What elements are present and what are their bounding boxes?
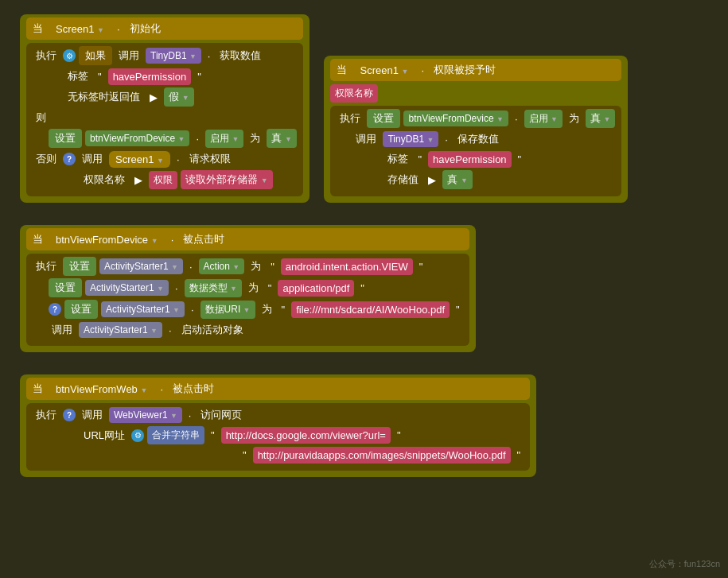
set-block-4[interactable]: 设置 [49,278,82,297]
btn-web-block[interactable]: btnViewFromWeb ▼ [49,381,154,398]
webviewer-block[interactable]: WebViewer1 ▼ [109,407,182,423]
set-enable-row-2: 执行 设置 btnViewFromDevice ▼ · 启用 ▼ 为 真 ▼ [337,109,615,128]
set-block-2[interactable]: 设置 [367,109,400,128]
true-block-1[interactable]: 真 ▼ [267,129,297,148]
goto-url-label: 访问网页 [197,406,245,424]
btn-prop-2[interactable]: btnViewFromDevice ▼ [403,111,508,126]
call-label-4: 调用 [49,321,76,339]
store-value-row: 存储值 ▶ 真 ▼ [384,170,615,189]
dot-2: · [204,48,214,64]
no-tag-label: 无标签时返回值 [64,88,143,106]
screen1-block-3[interactable]: Screen1 ▼ [353,62,415,79]
uri-prop-block[interactable]: 数据URI ▼ [200,301,255,319]
have-permission-block-1[interactable]: havePermission [108,68,192,85]
url-row: URL网址 ⚙ 合并字符串 " http://docs.google.com/v… [80,426,524,444]
call-webviewer-row: 执行 ? 调用 WebViewer1 ▼ · 访问网页 [33,406,524,424]
exec-block-4: 执行 ? 调用 WebViewer1 ▼ · 访问网页 URL网址 ⚙ 合并字符… [26,403,530,471]
action-prop-block[interactable]: Action ▼ [199,258,245,274]
datatype-prop-block[interactable]: 数据类型 ▼ [185,279,242,297]
event-block-4: 当 btnViewFromWeb ▼ · 被点击时 执行 ? 调用 WebVie… [20,374,536,477]
true-block-3[interactable]: 真 ▼ [442,170,473,189]
activity-starter-4[interactable]: ActivityStarter1 ▼ [79,322,162,338]
save-value-label: 保存数值 [454,130,502,148]
permission-block-1[interactable]: 权限 [149,171,177,189]
q-icon-1[interactable]: ? [63,153,76,165]
dot-3: · [418,63,427,78]
no-tag-row: 无标签时返回值 ▶ 假 ▼ [64,87,297,107]
as-label-3: 为 [247,258,264,275]
call-tinydb-row: 调用 TinyDB1 ▼ · 保存数值 [352,130,615,148]
exec-block-3: 执行 设置 ActivityStarter1 ▼ · Action ▼ 为 " … [26,254,469,346]
call-label-5: 调用 [79,406,106,424]
permission-name-tag[interactable]: 权限名称 [330,84,378,103]
call-label-1: 调用 [115,47,142,64]
dot-1: · [114,21,123,37]
exec-label-4: 执行 [33,406,60,424]
exec-block-2: 执行 设置 btnViewFromDevice ▼ · 启用 ▼ 为 真 ▼ [330,106,621,196]
clicked-label-2: 被点击时 [169,380,217,398]
if-row: 执行 ⚙ 如果 调用 TinyDB1 ▼ · 获取数值 [33,46,297,65]
screen1-block-1[interactable]: Screen1 ▼ [49,21,111,37]
permission-name-row: 权限名称 ▶ 权限 读取外部存储器 ▼ [80,170,297,189]
concat-block[interactable]: 合并字符串 [147,426,204,444]
have-permission-block-2[interactable]: havePermission [428,151,512,168]
false-block-1[interactable]: 假 ▼ [164,87,194,107]
event-header-1: 当 Screen1 ▼ · 初始化 [26,17,303,40]
as-label-2: 为 [566,110,582,127]
init-label: 初始化 [127,20,164,37]
event-block-1: 当 Screen1 ▼ · 初始化 执行 ⚙ 如果 调用 TinyDB1 ▼ [20,14,309,203]
activity-starter-2[interactable]: ActivityStarter1 ▼ [85,280,169,296]
clicked-label-1: 被点击时 [180,231,228,248]
q-icon-2[interactable]: ? [49,303,61,316]
permission-granted-label: 权限被授予时 [430,61,499,79]
screen1-block-2[interactable]: Screen1 ▼ [109,151,170,168]
uri-value-block[interactable]: file:///mnt/sdcard/AI/WooHoo.pdf [291,301,450,318]
url1-block[interactable]: http://docs.google.com/viewer?url= [221,427,391,444]
event-block-2: 当 Screen1 ▼ · 权限被授予时 权限名称 执行 设置 btnViewF [324,56,628,203]
gear-icon-2[interactable]: ⚙ [131,429,144,442]
event-block-3: 当 btnViewFromDevice ▼ · 被点击时 执行 设置 Activ… [20,225,476,352]
when-label-3: 当 [29,231,46,248]
set-block-1[interactable]: 设置 [49,129,82,148]
if-block[interactable]: 如果 [79,46,112,65]
then-row: 则 [33,109,297,126]
enable-prop-2[interactable]: 启用 ▼ [524,110,563,128]
gear-icon-1[interactable]: ⚙ [63,49,76,62]
when-label-2: 当 [333,61,350,79]
permission-read-block[interactable]: 读取外部存储器 ▼ [181,170,273,189]
call-activity-row: 调用 ActivityStarter1 ▼ · 启动活动对象 [49,321,463,339]
activity-starter-3[interactable]: ActivityStarter1 ▼ [101,301,185,317]
url-label: URL网址 [80,427,128,444]
permission-name-tag-row: 权限名称 [330,84,621,103]
tinydb-block-1[interactable]: TinyDB1 ▼ [146,48,201,64]
q-icon-3[interactable]: ? [63,409,76,421]
call-label-2: 调用 [79,150,106,168]
event-header-2: 当 Screen1 ▼ · 权限被授予时 [330,59,621,81]
btn-device-block[interactable]: btnViewFromDevice ▼ [49,231,165,248]
as-label-1: 为 [247,130,263,147]
true-block-2[interactable]: 真 ▼ [586,109,616,128]
when-label-1: 当 [29,20,46,37]
exec-label-1: 执行 [33,47,60,64]
else-label: 否则 [33,150,60,168]
set-block-5[interactable]: 设置 [64,300,98,319]
when-label-4: 当 [29,380,46,398]
request-permission-label: 请求权限 [186,150,234,168]
store-value-label: 存储值 [384,171,422,188]
call-label-3: 调用 [352,130,380,148]
exec-label-2: 执行 [337,110,364,127]
datatype-value-block[interactable]: application/pdf [278,280,354,297]
url2-block[interactable]: http://puravidaapps.com/images/snippets/… [253,447,511,464]
enable-prop-1[interactable]: 启用 ▼ [205,130,243,148]
set-action-row: 执行 设置 ActivityStarter1 ▼ · Action ▼ 为 " … [33,257,463,276]
permission-name-label-1: 权限名称 [80,171,128,188]
get-value-label: 获取数值 [216,47,264,64]
set-enable-row: 设置 btnViewFromDevice ▼ · 启用 ▼ 为 真 ▼ [49,129,297,148]
action-value-block[interactable]: android.intent.action.VIEW [281,258,413,275]
btn-prop-1[interactable]: btnViewFromDevice ▼ [85,130,189,146]
activity-starter-1[interactable]: ActivityStarter1 ▼ [99,258,183,274]
set-block-3[interactable]: 设置 [63,257,96,276]
dot-5: · [157,382,166,397]
tinydb-block-2[interactable]: TinyDB1 ▼ [383,131,438,147]
workspace: 当 Screen1 ▼ · 初始化 执行 ⚙ 如果 调用 TinyDB1 ▼ [0,0,728,578]
